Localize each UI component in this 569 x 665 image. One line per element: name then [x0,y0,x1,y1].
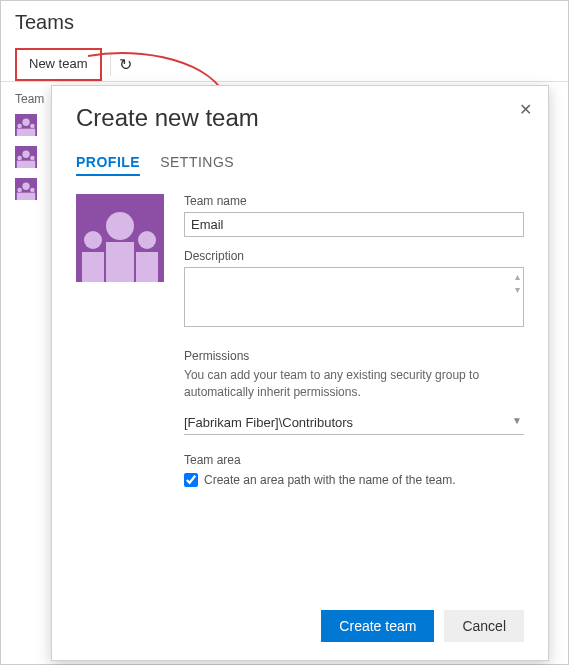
svg-point-3 [30,124,35,129]
svg-point-2 [17,124,22,129]
svg-point-13 [30,188,35,193]
chevron-down-icon[interactable]: ▾ [515,284,520,295]
svg-rect-19 [106,242,134,282]
create-team-button[interactable]: Create team [321,610,434,642]
team-avatar[interactable] [76,194,164,487]
chevron-up-icon[interactable]: ▴ [515,271,520,282]
svg-rect-9 [17,161,35,168]
svg-rect-21 [136,252,158,282]
team-name-label: Team name [184,194,524,208]
description-label: Description [184,249,524,263]
description-input[interactable] [184,267,524,327]
tab-settings[interactable]: SETTINGS [160,154,234,176]
toolbar: New team ↻ [1,42,568,82]
svg-point-12 [17,188,22,193]
team-icon [15,146,37,168]
modal-tabs: PROFILE SETTINGS [76,154,524,176]
tab-profile[interactable]: PROFILE [76,154,140,176]
area-path-checkbox[interactable] [184,473,198,487]
permissions-label: Permissions [184,349,524,363]
svg-point-17 [84,231,102,249]
permissions-help-text: You can add your team to any existing se… [184,367,524,401]
area-path-checkbox-label: Create an area path with the name of the… [204,473,455,487]
page-title: Teams [15,11,554,34]
refresh-icon[interactable]: ↻ [119,55,132,74]
modal-title: Create new team [76,104,524,132]
svg-point-16 [106,212,134,240]
modal-footer: Create team Cancel [321,610,524,642]
team-name-input[interactable] [184,212,524,237]
team-avatar-icon [76,194,164,282]
toolbar-divider [110,54,111,76]
svg-rect-20 [82,252,104,282]
cancel-button[interactable]: Cancel [444,610,524,642]
svg-point-11 [22,183,29,190]
svg-rect-4 [17,129,35,136]
page-header: Teams [1,1,568,42]
team-area-label: Team area [184,453,524,467]
svg-point-18 [138,231,156,249]
team-icon [15,114,37,136]
close-icon[interactable]: ✕ [519,100,532,119]
svg-point-6 [22,151,29,158]
svg-point-7 [17,156,22,161]
svg-point-1 [22,119,29,126]
new-team-button[interactable]: New team [15,48,102,81]
svg-rect-14 [17,193,35,200]
svg-point-8 [30,156,35,161]
chevron-down-icon[interactable]: ▼ [512,415,522,426]
team-icon [15,178,37,200]
permissions-select[interactable] [184,411,524,435]
scrollbar-arrows: ▴ ▾ [515,271,520,295]
create-team-modal: ✕ Create new team PROFILE SETTINGS Team … [51,85,549,661]
